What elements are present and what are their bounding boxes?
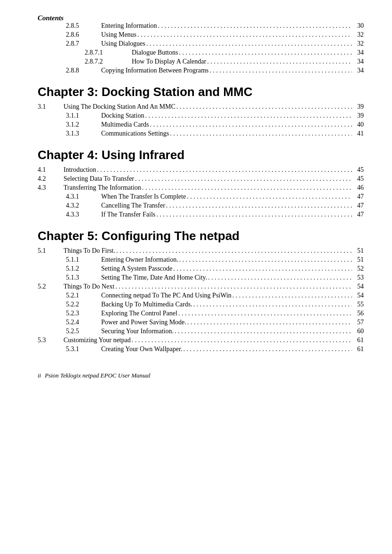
toc-label: Dialogue Buttons	[132, 49, 178, 56]
toc-row: 2.8.7.2How To Display A Calendar . . . .…	[38, 58, 364, 65]
toc-row: 3.1.2Multimedia Cards . . . . . . . . . …	[38, 121, 364, 128]
toc-label: Securing Your Information.	[101, 328, 174, 335]
chapter-heading: Chapter 4: Using Infrared	[38, 148, 364, 162]
toc-row: 4.3.3If The Transfer Fails . . . . . . .…	[38, 211, 364, 218]
footer-roman: ii	[38, 372, 41, 379]
toc-row: 4.3.2Cancelling The Transfer . . . . . .…	[38, 202, 364, 209]
toc-number: 2.8.6	[66, 31, 101, 39]
toc-row: 4.3Transferring The Information . . . . …	[38, 184, 364, 192]
toc-page: 39	[352, 103, 364, 111]
toc-dots: . . . . . . . . . . . . . . . . . . . . …	[178, 256, 352, 264]
toc-number: 5.2.3	[66, 310, 101, 317]
toc-label: Exploring The Control Panel	[101, 310, 177, 317]
toc-row: 5.2.4Power and Power Saving Mode. . . . …	[38, 319, 364, 326]
toc-label: Entering Information	[101, 22, 157, 30]
toc-dots: . . . . . . . . . . . . . . . . . . . . …	[172, 265, 352, 273]
toc-dots: . . . . . . . . . . . . . . . . . . . . …	[186, 193, 352, 201]
toc-label: Cancelling The Transfer	[101, 202, 165, 209]
toc-dots: . . . . . . . . . . . . . . . . . . . . …	[176, 103, 352, 111]
toc-number: 4.3.3	[66, 211, 101, 218]
toc-row: 3.1.1Docking Station . . . . . . . . . .…	[38, 112, 364, 120]
toc-container: 2.8.5Entering Information . . . . . . . …	[38, 22, 364, 353]
toc-label: Multimedia Cards	[101, 121, 149, 128]
chapter-heading: Chapter 5: Configuring The netpad	[38, 229, 364, 243]
toc-dots: . . . . . . . . . . . . . . . . . . . . …	[149, 121, 352, 128]
toc-label: Transferring The Information	[64, 184, 141, 192]
toc-number: 3.1.1	[66, 112, 101, 120]
toc-page: 55	[352, 301, 364, 308]
toc-row: 4.3.1When The Transfer Is Complete . . .…	[38, 193, 364, 201]
toc-label: Using The Docking Station And An MMC	[64, 103, 176, 111]
toc-page: 45	[352, 175, 364, 183]
toc-dots: . . . . . . . . . . . . . . . . . . . . …	[182, 345, 352, 353]
toc-dots: . . . . . . . . . . . . . . . . . . . . …	[157, 22, 352, 30]
toc-number: 5.1.1	[66, 256, 101, 264]
toc-page: 30	[352, 22, 364, 30]
toc-dots: . . . . . . . . . . . . . . . . . . . . …	[114, 283, 352, 290]
toc-number: 3.1	[38, 103, 64, 111]
toc-row: 2.8.5Entering Information . . . . . . . …	[38, 22, 364, 30]
toc-page: 47	[352, 193, 364, 201]
toc-number: 4.3.1	[66, 193, 101, 201]
toc-number: 5.2	[38, 283, 64, 290]
chapter-heading: Chapter 3: Docking Station and MMC	[38, 85, 364, 99]
toc-row: 3.1Using The Docking Station And An MMC …	[38, 103, 364, 111]
toc-number: 5.1.2	[66, 265, 101, 273]
toc-number: 4.2	[38, 175, 64, 183]
toc-number: 5.3	[38, 337, 64, 344]
toc-number: 2.8.7.1	[85, 49, 132, 56]
toc-label: Selecting Data To Transfer	[64, 175, 134, 183]
toc-label: Copying Information Between Programs	[101, 67, 208, 74]
toc-dots: . . . . . . . . . . . . . . . . . . . . …	[144, 112, 352, 120]
toc-page: 60	[352, 328, 364, 335]
toc-label: Creating Your Own Wallpaper.	[101, 345, 182, 353]
toc-label: How To Display A Calendar	[132, 58, 206, 65]
page-header: Contents	[38, 14, 364, 22]
toc-dots: . . . . . . . . . . . . . . . . . . . . …	[155, 211, 352, 218]
toc-number: 4.1	[38, 166, 64, 174]
toc-row: 3.1.3Communications Settings . . . . . .…	[38, 130, 364, 137]
toc-page: 47	[352, 211, 364, 218]
toc-dots: . . . . . . . . . . . . . . . . . . . . …	[192, 301, 352, 308]
toc-page: 52	[352, 265, 364, 273]
toc-label: If The Transfer Fails	[101, 211, 155, 218]
toc-page: 34	[352, 49, 364, 56]
toc-label: Docking Station	[101, 112, 144, 120]
toc-label: Things To Do Next	[64, 283, 114, 290]
toc-dots: . . . . . . . . . . . . . . . . . . . . …	[96, 166, 352, 174]
toc-dots: . . . . . . . . . . . . . . . . . . . . …	[186, 319, 352, 326]
header-label: Contents	[38, 14, 64, 22]
toc-dots: . . . . . . . . . . . . . . . . . . . . …	[177, 310, 352, 317]
toc-dots: . . . . . . . . . . . . . . . . . . . . …	[207, 274, 352, 281]
toc-label: Things To Do First.	[64, 247, 115, 255]
toc-page: 34	[352, 67, 364, 74]
toc-number: 2.8.7	[66, 40, 101, 48]
toc-dots: . . . . . . . . . . . . . . . . . . . . …	[206, 58, 352, 65]
toc-dots: . . . . . . . . . . . . . . . . . . . . …	[115, 247, 352, 255]
page-footer: ii Psion Teklogix netpad EPOC User Manua…	[38, 372, 364, 379]
toc-label: Backing Up To Multimedia Cards.	[101, 301, 192, 308]
toc-number: 2.8.5	[66, 22, 101, 30]
toc-page: 53	[352, 274, 364, 281]
toc-page: 39	[352, 112, 364, 120]
toc-label: Using Menus	[101, 31, 136, 39]
toc-label: Customizing Your netpad	[64, 337, 131, 344]
toc-page: 32	[352, 31, 364, 39]
toc-row: 5.1Things To Do First. . . . . . . . . .…	[38, 247, 364, 255]
toc-row: 5.1.1Entering Owner Information. . . . .…	[38, 256, 364, 264]
toc-row: 5.2.5Securing Your Information. . . . . …	[38, 328, 364, 335]
toc-row: 5.2.3Exploring The Control Panel . . . .…	[38, 310, 364, 317]
toc-number: 3.1.3	[66, 130, 101, 137]
toc-row: 5.1.2Setting A System Passcode . . . . .…	[38, 265, 364, 273]
toc-number: 2.8.7.2	[85, 58, 132, 65]
toc-label: Power and Power Saving Mode.	[101, 319, 186, 326]
toc-dots: . . . . . . . . . . . . . . . . . . . . …	[232, 292, 352, 299]
toc-page: 61	[352, 345, 364, 353]
toc-row: 2.8.7.1Dialogue Buttons . . . . . . . . …	[38, 49, 364, 56]
toc-number: 4.3	[38, 184, 64, 192]
toc-page: 34	[352, 58, 364, 65]
toc-dots: . . . . . . . . . . . . . . . . . . . . …	[141, 184, 352, 192]
toc-label: Introduction	[64, 166, 96, 174]
toc-dots: . . . . . . . . . . . . . . . . . . . . …	[178, 49, 352, 56]
toc-page: 41	[352, 130, 364, 137]
